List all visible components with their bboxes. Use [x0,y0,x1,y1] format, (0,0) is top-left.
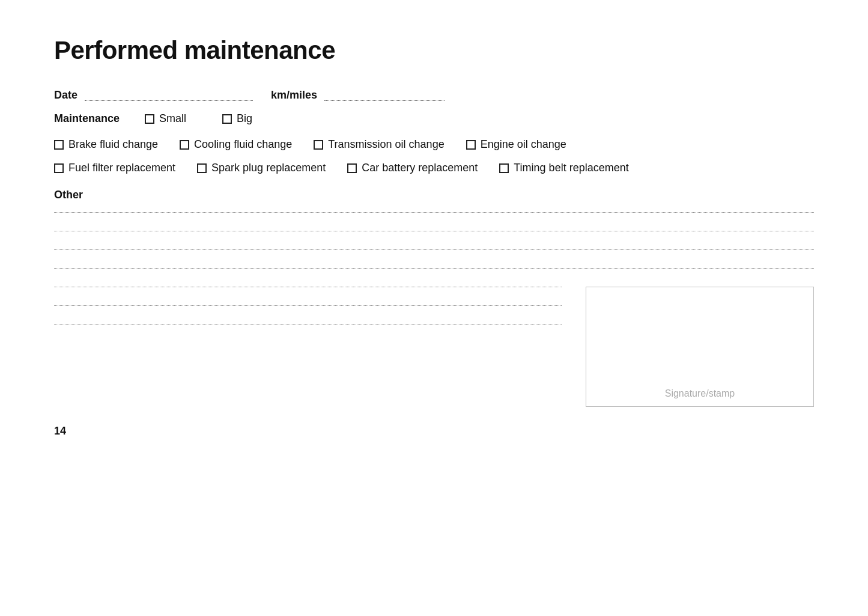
km-field[interactable] [324,90,445,101]
other-line-2 [54,231,814,231]
checkbox-spark[interactable]: Spark plug replacement [197,162,326,174]
checkbox-spark-label: Spark plug replacement [211,162,326,174]
date-label: Date [54,89,77,102]
checkbox-timing[interactable]: Timing belt replacement [499,162,628,174]
other-label: Other [54,189,814,201]
checkbox-transmission-box[interactable] [314,140,323,150]
checkbox-cooling-box[interactable] [180,140,189,150]
signature-label: Signature/stamp [665,388,735,399]
checkbox-big-label: Big [237,112,252,125]
checkbox-big-box[interactable] [222,114,232,124]
checkbox-engine-label: Engine oil change [481,138,566,151]
checkbox-fuel-label: Fuel filter replacement [68,162,175,174]
checkbox-engine[interactable]: Engine oil change [466,138,566,151]
other-line-3 [54,249,814,250]
page-number: 14 [54,425,814,438]
checkbox-spark-box[interactable] [197,163,207,173]
checkbox-small[interactable]: Small [145,112,186,125]
checkbox-battery[interactable]: Car battery replacement [347,162,478,174]
other-line-1 [54,212,814,213]
signature-box: Signature/stamp [586,287,814,407]
checkbox-brake-label: Brake fluid change [68,138,158,151]
checkbox-brake[interactable]: Brake fluid change [54,138,158,151]
checkbox-big[interactable]: Big [222,112,252,125]
km-label: km/miles [271,89,317,102]
checkboxes-row-1: Brake fluid change Cooling fluid change … [54,138,814,151]
checkbox-timing-box[interactable] [499,163,509,173]
other-line-6 [54,305,562,306]
other-line-4 [54,268,814,269]
maintenance-label: Maintenance [54,112,120,125]
page-title: Performed maintenance [54,36,814,65]
date-field[interactable] [85,90,253,101]
maintenance-row: Maintenance Small Big [54,112,814,125]
checkbox-brake-box[interactable] [54,140,64,150]
checkbox-engine-box[interactable] [466,140,476,150]
bottom-section: Signature/stamp [54,287,814,407]
lines-left [54,287,562,325]
checkbox-small-label: Small [159,112,186,125]
other-line-5 [54,287,562,287]
checkbox-battery-label: Car battery replacement [362,162,478,174]
checkbox-fuel[interactable]: Fuel filter replacement [54,162,175,174]
checkbox-cooling[interactable]: Cooling fluid change [180,138,292,151]
checkboxes-row-2: Fuel filter replacement Spark plug repla… [54,162,814,174]
checkbox-battery-box[interactable] [347,163,357,173]
other-line-7 [54,324,562,325]
checkbox-small-box[interactable] [145,114,154,124]
checkbox-transmission[interactable]: Transmission oil change [314,138,444,151]
checkbox-timing-label: Timing belt replacement [514,162,628,174]
checkbox-fuel-box[interactable] [54,163,64,173]
checkbox-transmission-label: Transmission oil change [328,138,444,151]
checkbox-cooling-label: Cooling fluid change [194,138,292,151]
date-km-row: Date km/miles [54,89,814,102]
